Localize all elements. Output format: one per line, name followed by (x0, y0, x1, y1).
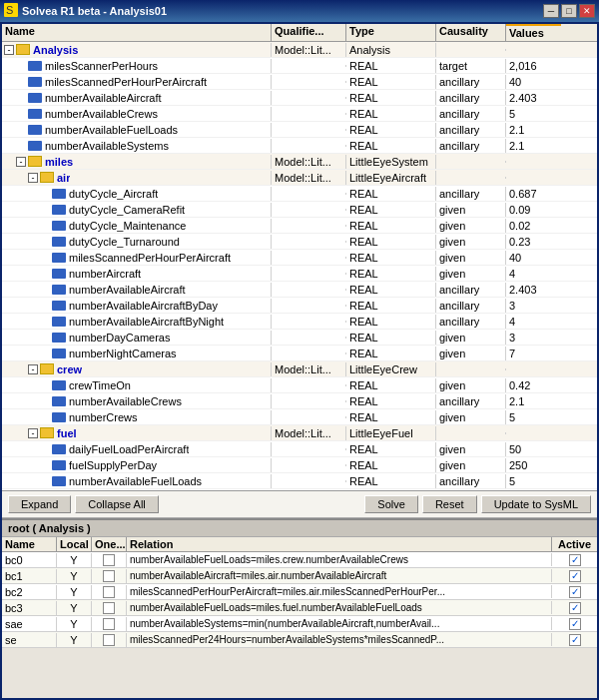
bc-relation: numberAvailableFuelLoads=miles.fuel.numb… (127, 601, 552, 614)
tree-toggle-icon[interactable]: - (16, 157, 26, 167)
checkbox-icon[interactable] (103, 618, 115, 630)
bc-one-checkbox[interactable] (92, 569, 127, 583)
tree-row[interactable]: dutyCycle_AircraftREALancillary0.687 (2, 186, 597, 202)
bc-one-checkbox[interactable] (92, 585, 127, 599)
tree-row[interactable]: numberDayCamerasREALgiven3 (2, 330, 597, 346)
tree-cell-type: REAL (346, 442, 436, 456)
tree-row[interactable]: numberAircraftREALgiven4 (2, 266, 597, 282)
data-icon (52, 237, 66, 247)
tree-row[interactable]: milesScannedPerHourPerAircraftREALancill… (2, 74, 597, 90)
bc-relation: numberAvailableFuelLoads=miles.crew.numb… (127, 553, 552, 566)
tree-row[interactable]: numberAvailableSystemsREALancillary2.1 (2, 138, 597, 154)
tree-node-name: dailyFuelLoadPerAircraft (69, 443, 189, 455)
tree-row[interactable]: numberCrewsREALgiven5 (2, 409, 597, 425)
checkbox-icon[interactable] (103, 634, 115, 646)
list-item[interactable]: bc1YnumberAvailableAircraft=miles.air.nu… (2, 568, 597, 584)
tree-row[interactable]: numberAvailableFuelLoadsREALancillary5 (2, 473, 597, 489)
tree-row[interactable]: -airModel::Lit...LittleEyeAircraft (2, 170, 597, 186)
tree-cell-type: LittleEyeFuel (346, 426, 436, 440)
active-checkbox-icon[interactable]: ✓ (569, 618, 581, 630)
active-checkbox-icon[interactable]: ✓ (569, 570, 581, 582)
tree-body[interactable]: -AnalysisModel::Lit...AnalysismilesScann… (2, 42, 597, 490)
bc-active-checkbox[interactable]: ✓ (552, 585, 597, 599)
tree-row[interactable]: -crewModel::Lit...LittleEyeCrew (2, 361, 597, 377)
active-checkbox-icon[interactable]: ✓ (569, 602, 581, 614)
bc-local: Y (57, 553, 92, 567)
checkbox-icon[interactable] (103, 554, 115, 566)
tree-toggle-icon[interactable]: - (28, 364, 38, 374)
tree-node-name: Analysis (33, 44, 78, 56)
tree-row[interactable]: -fuelModel::Lit...LittleEyeFuel (2, 425, 597, 441)
tree-row[interactable]: numberAvailableAircraftREALancillary2.40… (2, 282, 597, 298)
tree-toggle-icon[interactable]: - (4, 45, 14, 55)
list-item[interactable]: saeYnumberAvailableSystems=min(numberAva… (2, 616, 597, 632)
active-checkbox-icon[interactable]: ✓ (569, 586, 581, 598)
bc-active-checkbox[interactable]: ✓ (552, 569, 597, 583)
tree-node-name: fuel (57, 427, 77, 439)
tree-toggle-icon[interactable]: - (28, 428, 38, 438)
list-item[interactable]: seYmilesScannedPer24Hours=numberAvailabl… (2, 632, 597, 648)
tree-row[interactable]: numberNightCamerasREALgiven7 (2, 346, 597, 361)
tree-cell-type: LittleEyeCrew (346, 362, 436, 376)
active-checkbox-icon[interactable]: ✓ (569, 554, 581, 566)
bc-active-checkbox[interactable]: ✓ (552, 633, 597, 647)
tree-cell-type: REAL (346, 315, 436, 329)
tree-row[interactable]: numberAvailableCrewsREALancillary2.1 (2, 393, 597, 409)
titlebar-buttons: ─ □ ✕ (543, 4, 595, 18)
data-icon (52, 205, 66, 215)
tree-toggle-icon[interactable]: - (28, 173, 38, 183)
bc-one-checkbox[interactable] (92, 617, 127, 631)
tree-cell-causality (436, 177, 506, 179)
close-button[interactable]: ✕ (579, 4, 595, 18)
bc-one-checkbox[interactable] (92, 601, 127, 615)
bc-local: Y (57, 617, 92, 631)
collapse-all-button[interactable]: Collapse All (75, 495, 158, 513)
svg-text:S: S (6, 4, 13, 16)
tree-row[interactable]: numberAvailableFuelLoadsREALancillary2.1 (2, 122, 597, 138)
update-sysml-button[interactable]: Update to SysML (481, 495, 591, 513)
bc-name: bc0 (2, 553, 57, 567)
tree-row[interactable]: numberAvailableCrewsREALancillary5 (2, 106, 597, 122)
checkbox-icon[interactable] (103, 570, 115, 582)
bc-active-checkbox[interactable]: ✓ (552, 553, 597, 567)
tree-row[interactable]: dutyCycle_MaintenanceREALgiven0.02 (2, 218, 597, 234)
tree-cell-causality: given (436, 378, 506, 392)
tree-row[interactable]: milesScannedPerHourPerAircraftREALgiven4… (2, 250, 597, 266)
tree-cell-value (506, 368, 561, 370)
tree-cell-type: REAL (346, 299, 436, 313)
bc-one-checkbox[interactable] (92, 633, 127, 647)
expand-button[interactable]: Expand (8, 495, 71, 513)
folder-icon (40, 427, 54, 438)
tree-cell-qualif (272, 448, 346, 450)
tree-row[interactable]: numberAvailableAircraftREALancillary2.40… (2, 90, 597, 106)
tree-cell-type: REAL (346, 203, 436, 217)
list-item[interactable]: bc3YnumberAvailableFuelLoads=miles.fuel.… (2, 600, 597, 616)
bc-one-checkbox[interactable] (92, 553, 127, 567)
list-item[interactable]: bc0YnumberAvailableFuelLoads=miles.crew.… (2, 552, 597, 568)
tree-row[interactable]: dutyCycle_TurnaroundREALgiven0.23 (2, 234, 597, 250)
tree-cell-qualif: Model::Lit... (272, 426, 346, 440)
checkbox-icon[interactable] (103, 602, 115, 614)
tree-cell-value: 5 (506, 474, 561, 488)
data-icon (28, 125, 42, 135)
tree-row[interactable]: dutyCycle_CameraRefitREALgiven0.09 (2, 202, 597, 218)
list-item[interactable]: bc2YmilesScannedPerHourPerAircraft=miles… (2, 584, 597, 600)
tree-cell-type: REAL (346, 347, 436, 360)
tree-cell-type: REAL (346, 410, 436, 424)
active-checkbox-icon[interactable]: ✓ (569, 634, 581, 646)
tree-row[interactable]: milesScannerPerHoursREALtarget2,016 (2, 58, 597, 74)
checkbox-icon[interactable] (103, 586, 115, 598)
maximize-button[interactable]: □ (561, 4, 577, 18)
bc-active-checkbox[interactable]: ✓ (552, 617, 597, 631)
solve-button[interactable]: Solve (364, 495, 418, 513)
bc-active-checkbox[interactable]: ✓ (552, 601, 597, 615)
tree-row[interactable]: numberAvailableAircraftByDayREALancillar… (2, 298, 597, 314)
reset-button[interactable]: Reset (422, 495, 477, 513)
tree-row[interactable]: fuelSupplyPerDayREALgiven250 (2, 457, 597, 473)
tree-row[interactable]: -milesModel::Lit...LittleEyeSystem (2, 154, 597, 170)
minimize-button[interactable]: ─ (543, 4, 559, 18)
tree-row[interactable]: dailyFuelLoadPerAircraftREALgiven50 (2, 441, 597, 457)
tree-row[interactable]: -AnalysisModel::Lit...Analysis (2, 42, 597, 58)
tree-row[interactable]: crewTimeOnREALgiven0.42 (2, 377, 597, 393)
tree-row[interactable]: numberAvailableAircraftByNightREALancill… (2, 314, 597, 330)
